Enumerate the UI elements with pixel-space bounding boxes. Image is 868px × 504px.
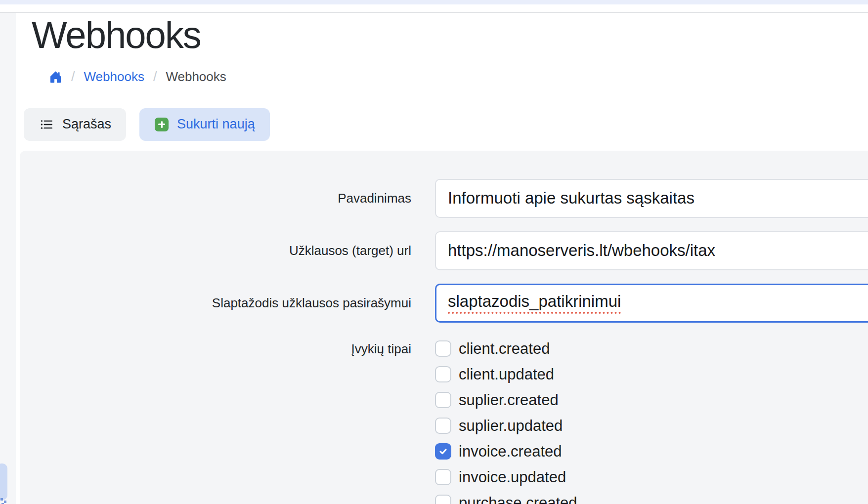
checkbox-icon[interactable] [435,495,451,504]
checkbox-icon[interactable] [435,469,451,485]
checkbox-checked-icon[interactable] [435,443,451,460]
event-option-client-created[interactable]: client.created [435,336,868,362]
form-row-name: Pavadinimas Informuoti apie sukurtas sąs… [20,179,868,218]
event-option-invoice-updated[interactable]: invoice.updated [435,464,868,490]
list-button[interactable]: Sąrašas [24,108,126,141]
event-option-suplier-created[interactable]: suplier.created [435,387,868,413]
list-button-label: Sąrašas [62,117,111,132]
main-content: Webhooks / Webhooks / Webhooks [20,13,868,504]
breadcrumb-current: Webhooks [166,69,226,84]
rail-dot [4,501,6,503]
event-option-purchase-created[interactable]: purchase.created [435,490,868,504]
name-input-value: Informuoti apie sukurtas sąskaitas [448,189,694,208]
create-button-label: Sukurti naują [177,117,255,132]
left-rail [0,13,16,504]
target-url-input-value: https://manoserveris.lt/wbehooks/itax [448,241,715,260]
event-option-client-updated[interactable]: client.updated [435,362,868,387]
target-url-label: Užklausos (target) url [20,243,411,259]
page-title: Webhooks [32,15,868,55]
breadcrumb: / Webhooks / Webhooks [49,70,868,84]
form-row-secret: Slaptažodis užklausos pasirašymui slapta… [20,284,868,323]
event-option-suplier-updated[interactable]: suplier.updated [435,413,868,439]
breadcrumb-home-link[interactable] [49,71,62,84]
page-header: Webhooks / Webhooks / Webhooks [20,13,868,84]
event-type-list: client.created client.updated suplier.cr… [435,336,868,504]
top-accent-bar [0,0,868,4]
checkbox-icon[interactable] [435,418,451,434]
breadcrumb-separator: / [71,69,75,84]
event-option-label: invoice.updated [459,468,566,486]
create-new-button[interactable]: Sukurti naują [139,108,270,141]
target-url-input[interactable]: https://manoserveris.lt/wbehooks/itax [435,231,868,270]
form-panel: Pavadinimas Informuoti apie sukurtas sąs… [20,151,868,504]
rail-pill [0,463,7,500]
name-input[interactable]: Informuoti apie sukurtas sąskaitas [435,179,868,218]
event-option-label: purchase.created [459,494,577,504]
breadcrumb-separator: / [153,69,157,84]
home-icon [49,71,62,84]
event-option-label: suplier.created [459,391,559,409]
event-types-label: Įvykių tipai [20,336,411,362]
breadcrumb-link-webhooks[interactable]: Webhooks [84,69,144,84]
secret-input-value: slaptazodis_patikrinimui [448,292,621,314]
toolbar: Sąrašas Sukurti naują [24,108,868,141]
checkbox-icon[interactable] [435,392,451,408]
event-option-invoice-created[interactable]: invoice.created [435,439,868,464]
form-row-event-types: Įvykių tipai client.created client.updat… [20,336,868,504]
rail-dot [0,498,3,501]
form-row-target-url: Užklausos (target) url https://manoserve… [20,231,868,270]
plus-icon [155,118,169,131]
checkbox-icon[interactable] [435,340,451,357]
top-spacer [0,4,868,12]
event-option-label: invoice.created [459,443,562,461]
secret-input[interactable]: slaptazodis_patikrinimui [435,284,868,323]
name-label: Pavadinimas [20,190,411,207]
secret-label: Slaptažodis užklausos pasirašymui [20,295,411,311]
event-option-label: suplier.updated [459,417,563,435]
event-option-label: client.created [459,340,550,358]
list-icon [40,118,53,131]
checkbox-icon[interactable] [435,366,451,382]
event-option-label: client.updated [459,366,554,383]
